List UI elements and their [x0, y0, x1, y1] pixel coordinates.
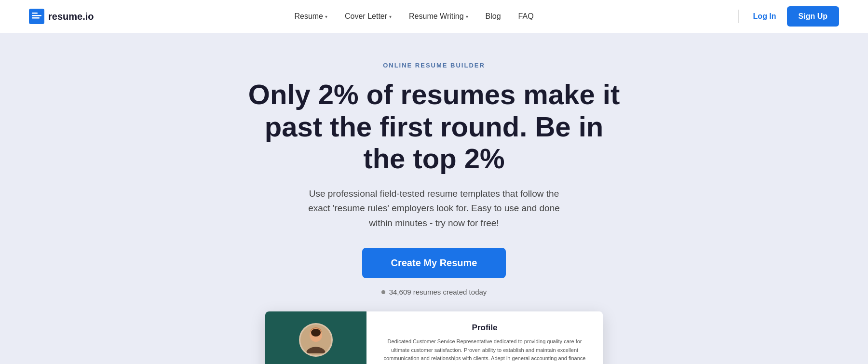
nav-resume-writing[interactable]: Resume Writing ▾ [402, 8, 475, 25]
hero-section: ONLINE RESUME BUILDER Only 2% of resumes… [0, 33, 868, 364]
nav-divider [738, 10, 739, 23]
resume-left-panel: Sophie Walton CUSTOMER SERVICE REPRESENT… [265, 311, 366, 364]
resume-profile-heading: Profile [380, 323, 589, 333]
resume-preview: Sophie Walton CUSTOMER SERVICE REPRESENT… [19, 311, 849, 364]
resume-count: 34,609 resumes created today [19, 288, 849, 296]
hero-subtitle: Use professional field-tested resume tem… [299, 187, 569, 230]
svg-rect-2 [32, 15, 41, 16]
nav-resume[interactable]: Resume ▾ [287, 8, 334, 25]
resume-card: Sophie Walton CUSTOMER SERVICE REPRESENT… [265, 311, 603, 364]
logo-text: resume.io [48, 11, 94, 22]
login-button[interactable]: Log In [746, 8, 783, 25]
svg-rect-0 [29, 9, 44, 24]
header: resume.io Resume ▾ Cover Letter ▾ Resume… [0, 0, 868, 33]
svg-rect-1 [32, 13, 38, 14]
avatar [299, 323, 333, 357]
logo[interactable]: resume.io [29, 9, 94, 24]
chevron-down-icon: ▾ [389, 14, 392, 19]
resume-right-panel: Profile Dedicated Customer Service Repre… [366, 311, 603, 364]
main-nav: Resume ▾ Cover Letter ▾ Resume Writing ▾… [287, 8, 540, 25]
nav-faq[interactable]: FAQ [512, 8, 541, 25]
chevron-down-icon: ▾ [325, 14, 327, 19]
svg-point-7 [311, 329, 321, 337]
chevron-down-icon: ▾ [466, 14, 468, 19]
logo-icon [29, 9, 44, 24]
svg-rect-3 [32, 17, 40, 19]
hero-eyebrow: ONLINE RESUME BUILDER [19, 62, 849, 69]
nav-cover-letter[interactable]: Cover Letter ▾ [338, 8, 398, 25]
create-resume-button[interactable]: Create My Resume [362, 248, 506, 278]
header-right: Log In Sign Up [734, 6, 839, 27]
resume-profile-text: Dedicated Customer Service Representativ… [380, 337, 589, 364]
signup-button[interactable]: Sign Up [787, 6, 839, 27]
count-dot-icon [381, 290, 385, 294]
nav-blog[interactable]: Blog [479, 8, 508, 25]
hero-title: Only 2% of resumes make it past the firs… [246, 79, 622, 175]
avatar-image [304, 325, 328, 354]
